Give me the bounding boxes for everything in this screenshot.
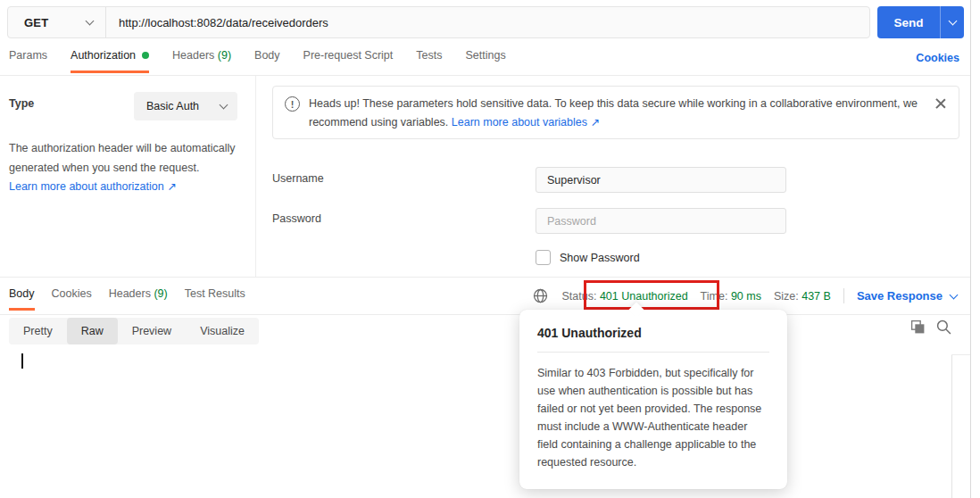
send-button[interactable]: Send	[877, 6, 964, 38]
chevron-down-icon	[220, 101, 228, 110]
banner-text: Heads up! These parameters hold sensitiv…	[309, 95, 934, 132]
response-view-switcher: Pretty Raw Preview Visualize	[9, 318, 259, 344]
status-tooltip: 401 Unauthorized Similar to 403 Forbidde…	[519, 310, 787, 489]
learn-more-variables-link[interactable]: Learn more about variables	[452, 116, 587, 129]
postman-request-view: GET Send Params Authorization Headers (9…	[0, 0, 980, 498]
password-field[interactable]	[536, 208, 786, 234]
status-label: Status:	[562, 290, 597, 303]
divider	[0, 314, 970, 315]
copy-icon[interactable]	[910, 320, 926, 335]
response-tab-headers[interactable]: Headers (9)	[109, 287, 168, 308]
view-pretty[interactable]: Pretty	[9, 318, 67, 344]
tab-pre-request-script[interactable]: Pre-request Script	[303, 49, 394, 71]
response-tab-body[interactable]: Body	[9, 287, 35, 311]
auth-type-dropdown[interactable]: Basic Auth	[134, 92, 237, 120]
sensitive-data-banner: Heads up! These parameters hold sensitiv…	[272, 86, 959, 139]
time-pair: Time: 90 ms	[701, 290, 761, 303]
view-raw[interactable]: Raw	[67, 318, 118, 344]
tab-body[interactable]: Body	[254, 49, 280, 71]
divider	[843, 288, 844, 303]
learn-more-authorization-link[interactable]: Learn more about authorization ↗	[9, 179, 177, 193]
response-tab-test-results[interactable]: Test Results	[185, 287, 245, 308]
chevron-down-icon	[86, 17, 95, 26]
time-label: Time:	[701, 290, 728, 303]
tooltip-body: Similar to 403 Forbidden, but specifical…	[537, 364, 769, 471]
view-visualize[interactable]: Visualize	[186, 318, 259, 344]
info-icon	[285, 96, 300, 112]
size-value: 437 B	[801, 290, 831, 303]
password-label: Password	[272, 212, 321, 225]
url-input[interactable]	[106, 7, 869, 37]
search-icon[interactable]	[936, 320, 951, 335]
scrollbar-track[interactable]	[951, 354, 952, 498]
username-field[interactable]	[536, 167, 786, 193]
tab-settings[interactable]: Settings	[465, 49, 505, 71]
auth-configured-dot-icon	[142, 52, 149, 59]
chevron-down-icon	[950, 290, 959, 299]
response-tab-cookies[interactable]: Cookies	[52, 287, 92, 308]
divider	[951, 354, 971, 355]
username-label: Username	[272, 172, 324, 185]
response-meta-bar: Status: 401 Unauthorized Time: 90 ms Siz…	[533, 278, 957, 314]
response-body-toolbar	[910, 320, 951, 335]
divider	[537, 352, 769, 353]
size-label: Size:	[774, 290, 799, 303]
tab-params[interactable]: Params	[9, 49, 47, 71]
external-link-icon: ↗	[167, 180, 176, 193]
save-response-button[interactable]: Save Response	[857, 289, 957, 303]
method-dropdown[interactable]: GET	[8, 7, 106, 37]
status-pair: Status: 401 Unauthorized	[562, 290, 688, 303]
show-password-label: Show Password	[560, 252, 640, 264]
method-label: GET	[24, 16, 48, 29]
tab-headers-label: Headers	[172, 49, 214, 62]
headers-count-badge: (9)	[218, 49, 231, 62]
auth-type-panel: Type Basic Auth The authorization header…	[0, 76, 256, 277]
send-options-button[interactable]	[940, 6, 964, 38]
view-preview[interactable]: Preview	[118, 318, 186, 344]
tooltip-title: 401 Unauthorized	[537, 326, 769, 340]
cookies-link[interactable]: Cookies	[916, 52, 959, 64]
type-label: Type	[9, 97, 34, 110]
url-bar: GET	[7, 6, 870, 38]
response-tab-bar: Body Cookies Headers (9) Test Results	[0, 278, 245, 314]
response-headers-count-badge: (9)	[154, 287, 167, 300]
tab-headers[interactable]: Headers (9)	[172, 49, 231, 71]
auth-help-text: The authorization header will be automat…	[9, 138, 252, 178]
send-button-label[interactable]: Send	[877, 6, 940, 38]
tab-tests[interactable]: Tests	[416, 49, 442, 71]
chevron-down-icon	[948, 17, 957, 26]
show-password-checkbox[interactable]	[536, 250, 551, 265]
tab-authorization-label: Authorization	[71, 49, 136, 62]
size-pair: Size: 437 B	[774, 290, 831, 303]
text-cursor	[21, 353, 23, 369]
close-icon[interactable]	[934, 97, 946, 110]
time-value: 90 ms	[731, 290, 761, 303]
auth-type-value: Basic Auth	[146, 100, 199, 112]
tab-authorization[interactable]: Authorization	[71, 49, 149, 73]
request-tab-bar: Params Authorization Headers (9) Body Pr…	[0, 49, 970, 75]
globe-icon[interactable]	[533, 288, 548, 303]
status-value: 401 Unauthorized	[600, 290, 688, 303]
external-link-icon: ↗	[590, 116, 599, 129]
divider	[970, 0, 971, 498]
